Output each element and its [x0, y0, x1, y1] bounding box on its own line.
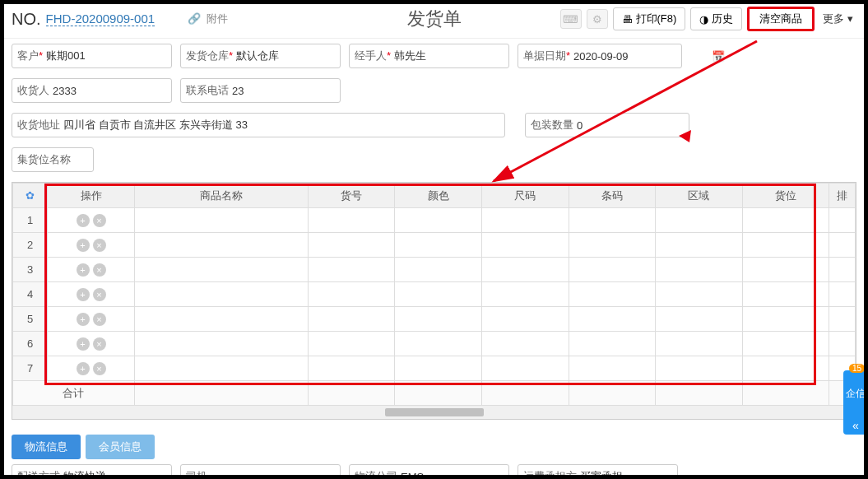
cell[interactable]	[395, 258, 482, 282]
cell[interactable]	[482, 208, 569, 233]
cell[interactable]	[308, 258, 395, 282]
cell[interactable]	[482, 233, 569, 258]
address-input[interactable]	[63, 119, 499, 132]
handler-field[interactable]: 经手人* ＋ 🔍	[349, 44, 509, 68]
cell[interactable]	[134, 307, 308, 332]
tab-member[interactable]: 会员信息	[86, 435, 155, 459]
freight-bearer-input[interactable]	[580, 471, 718, 480]
table-row[interactable]: 5+×	[13, 307, 856, 332]
cell[interactable]	[742, 208, 829, 233]
cell[interactable]	[569, 282, 656, 307]
pkgqty-field[interactable]: 包装数量	[525, 113, 689, 137]
chevron-left-icon[interactable]: «	[843, 416, 868, 435]
cell[interactable]	[482, 307, 569, 332]
cell[interactable]	[134, 233, 308, 258]
cell[interactable]	[829, 233, 856, 258]
cell[interactable]	[742, 282, 829, 307]
pkgqty-input[interactable]	[577, 119, 715, 132]
phone-field[interactable]: 联系电话	[180, 78, 341, 103]
cell[interactable]	[395, 282, 482, 307]
cell[interactable]	[308, 356, 395, 381]
remove-row-icon[interactable]: ×	[93, 288, 106, 301]
cell[interactable]	[482, 258, 569, 282]
add-row-icon[interactable]: +	[77, 362, 90, 375]
cell[interactable]	[656, 282, 743, 307]
table-row[interactable]: 1+×	[13, 208, 856, 233]
freight-bearer-field[interactable]: 运费承担方	[518, 464, 678, 479]
clear-items-button[interactable]: 清空商品	[747, 7, 815, 31]
cell[interactable]	[742, 258, 829, 282]
attachment-link[interactable]: 🔗 附件	[188, 12, 228, 26]
cell[interactable]	[656, 307, 743, 332]
table-row[interactable]: 7+×	[13, 356, 856, 381]
add-row-icon[interactable]: +	[77, 214, 90, 227]
cell[interactable]	[134, 208, 308, 233]
tab-logistics[interactable]: 物流信息	[12, 435, 81, 459]
add-row-icon[interactable]: +	[77, 239, 90, 252]
add-row-icon[interactable]: +	[77, 263, 90, 277]
remove-row-icon[interactable]: ×	[93, 214, 106, 227]
table-row[interactable]: 2+×	[13, 233, 856, 258]
cell[interactable]	[742, 233, 829, 258]
remove-row-icon[interactable]: ×	[93, 263, 106, 277]
warehouse-field[interactable]: 发货仓库*	[180, 44, 341, 68]
side-chat-label[interactable]: 企信	[843, 370, 868, 416]
receiver-field[interactable]: 收货人 🔍	[12, 78, 172, 103]
horizontal-scrollbar[interactable]	[12, 406, 856, 419]
side-chat-widget[interactable]: 15 企信 «	[843, 370, 868, 435]
cell[interactable]	[308, 208, 395, 233]
cell[interactable]	[829, 208, 856, 233]
cell[interactable]	[482, 282, 569, 307]
cell[interactable]	[569, 208, 656, 233]
handler-input[interactable]	[394, 50, 532, 63]
ship-company-field[interactable]: 物流公司 ＋ 🔍	[349, 464, 509, 479]
add-row-icon[interactable]: +	[77, 288, 90, 301]
cell[interactable]	[395, 332, 482, 356]
cell[interactable]	[134, 332, 308, 356]
cell[interactable]	[134, 258, 308, 282]
cell[interactable]	[656, 233, 743, 258]
cell[interactable]	[742, 332, 829, 356]
remove-row-icon[interactable]: ×	[93, 313, 106, 326]
cell[interactable]	[569, 332, 656, 356]
phone-input[interactable]	[232, 85, 370, 97]
cell[interactable]	[569, 258, 656, 282]
customer-field[interactable]: 客户* 详	[12, 44, 172, 68]
cell[interactable]	[656, 258, 743, 282]
add-row-icon[interactable]: +	[77, 337, 90, 351]
history-button[interactable]: ◑ 历史	[690, 7, 742, 30]
receiver-input[interactable]	[53, 85, 191, 97]
remove-row-icon[interactable]: ×	[93, 239, 106, 252]
driver-input[interactable]	[211, 471, 349, 480]
calendar-icon[interactable]: 📅	[712, 50, 725, 63]
cell[interactable]	[395, 356, 482, 381]
cell[interactable]	[656, 332, 743, 356]
cell[interactable]	[656, 356, 743, 381]
scrollbar-thumb[interactable]	[385, 408, 484, 416]
cell[interactable]	[308, 307, 395, 332]
cell[interactable]	[829, 332, 856, 356]
address-field[interactable]: 收货地址	[12, 113, 505, 137]
add-row-icon[interactable]: +	[77, 313, 90, 326]
cell[interactable]	[742, 356, 829, 381]
customer-input[interactable]	[46, 50, 184, 63]
slot-field[interactable]: 集货位名称	[12, 147, 94, 172]
cell[interactable]	[308, 332, 395, 356]
cell[interactable]	[482, 332, 569, 356]
keyboard-icon[interactable]: ⌨	[560, 9, 582, 29]
cell[interactable]	[134, 282, 308, 307]
cell[interactable]	[656, 208, 743, 233]
table-settings-button[interactable]: ✿	[13, 184, 48, 208]
order-no-link[interactable]: FHD-20200909-001	[46, 12, 155, 26]
date-input[interactable]	[573, 50, 712, 63]
cell[interactable]	[569, 307, 656, 332]
cell[interactable]	[308, 233, 395, 258]
remove-row-icon[interactable]: ×	[93, 362, 106, 375]
more-dropdown[interactable]: 更多 ▾	[819, 8, 856, 30]
slot-input[interactable]	[74, 154, 88, 166]
driver-field[interactable]: 司机	[180, 464, 341, 479]
cell[interactable]	[308, 282, 395, 307]
cell[interactable]	[742, 307, 829, 332]
table-row[interactable]: 4+×	[13, 282, 856, 307]
cell[interactable]	[569, 356, 656, 381]
